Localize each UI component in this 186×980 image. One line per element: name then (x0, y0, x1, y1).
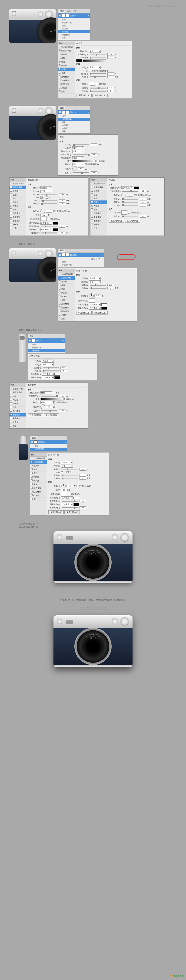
final-camera-2: FUJINON ASPHERICAL LENS (53, 615, 133, 667)
section-2: FUJINON A 图层 拨轮 08… fx 效果 斜面和浮雕 描边 内阴影 内… (9, 106, 177, 236)
final-camera-1: FUJINON ASPHERICAL LENS (53, 531, 133, 583)
final1-caption: 待么最终要结束了~回头看,感受挺好的。 (9, 522, 177, 529)
fx-inner-glow[interactable]: 内发光 (58, 30, 90, 33)
side-drop-shadow[interactable]: 投影 (58, 90, 75, 94)
technique-select[interactable]: 柔和 (89, 66, 101, 69)
section-4: 图层 侧扣柄…fx 效果 斜面和浮雕 渐变叠加 斜面和浮雕 样式(T):内斜面 … (9, 334, 177, 429)
layer-selected[interactable]: 拨轮 08… fx (58, 13, 90, 18)
fill-input[interactable]: 0% (96, 258, 103, 260)
fx-inner-shadow[interactable]: 内阴影 (58, 124, 90, 127)
fx-row[interactable]: 效果 (58, 115, 90, 118)
layer-style-dialog: 样式 混合选项:默认 斜面和浮雕 等高线 纹理 描边 内阴影 内发光 光泽 颜色… (58, 41, 132, 99)
fx-gradient[interactable]: 渐变叠加 (58, 33, 90, 36)
section-3: FUJINON A 图层 拨轮 08… fx 填充:0% 效果 斜面和浮雕 样式… (9, 248, 177, 321)
opacity-slider[interactable] (90, 54, 106, 55)
noise-input[interactable]: 0 (107, 56, 114, 59)
side-gradient-overlay[interactable]: 渐变叠加 (58, 79, 75, 83)
camera-preview-2: FUJINON A (9, 106, 56, 140)
fx-bevel[interactable]: 斜面和浮雕 (58, 118, 90, 121)
contour-picker[interactable] (89, 82, 95, 86)
stroke-dialog: 描边 结构 大小(S):1像素 位置(P):内部 混合模式(B):正常 不透明度… (58, 135, 118, 176)
antialias-check[interactable] (96, 83, 98, 85)
range-slider[interactable] (90, 88, 106, 89)
choke-slider[interactable] (90, 73, 106, 74)
bevel-dialog: 样式 混合选项:默认 斜面和浮雕 等高线 纹理 描边 内阴影 内发光 光泽 颜色… (9, 177, 88, 236)
side-color-overlay[interactable]: 颜色叠加 (58, 75, 75, 79)
fx-badge[interactable]: fx (88, 14, 89, 17)
side-blend[interactable]: 混合选项:默认 (58, 45, 75, 49)
section-5: 图层 侧扣柄…fx 效果 斜面和浮雕 样式 混合选项:默认 斜面和浮雕 等高线 … (9, 436, 177, 515)
side-contour[interactable]: 等高线 (58, 53, 75, 56)
jitter-slider[interactable] (90, 91, 106, 92)
side-satin[interactable]: 光泽 (58, 71, 75, 75)
fx-effects[interactable]: 效果 (58, 18, 90, 21)
size-input[interactable]: 35 (107, 75, 114, 78)
tab-layers[interactable]: 图层 (59, 107, 65, 110)
camera-preview-3: FUJINON A (9, 248, 56, 282)
side-bevel[interactable]: 斜面和浮雕 (58, 49, 75, 53)
glow-color[interactable] (76, 59, 82, 62)
highlight-circle (117, 255, 136, 260)
fx-drop-shadow[interactable]: 投影 (58, 130, 90, 133)
congrats-text: 恭喜恭喜,同喜同喜! (9, 606, 177, 611)
side-stroke[interactable]: 描边 (58, 60, 75, 64)
layer-name: 拨轮 08… (70, 14, 78, 17)
reset-default-btn[interactable]: 复位为默认值 (92, 94, 107, 97)
strap-preview-2 (19, 436, 28, 463)
angle-dial[interactable] (72, 166, 77, 171)
source-edge-radio[interactable] (99, 70, 101, 72)
watermark-text: 思缘设计论坛 www.missyuan.com (9, 5, 177, 7)
choke-input[interactable]: 0 (107, 72, 114, 75)
stroke-gradient[interactable] (72, 160, 96, 162)
step3-caption: 最后上一层高光 (9, 243, 177, 246)
final2-caption: 最最后,加上缺少的阴影与一些自己观察得来的调整…我们完成了 (9, 598, 177, 602)
fx-drop-shadow[interactable]: 投影 (58, 36, 90, 39)
side-outer-glow[interactable]: 外发光 (58, 86, 75, 90)
section-1: FUJINON A 图层 通道 路径 拨轮 08… fx 效果 斜面和浮雕 描边… (9, 9, 177, 99)
side-inner-glow[interactable]: 内发光 (58, 68, 75, 71)
make-default-btn[interactable]: 设置为默认值 (76, 94, 91, 97)
blend-mode-select[interactable]: 柔光 (89, 50, 101, 53)
side-texture[interactable]: 纹理 (58, 56, 75, 60)
strap-preview-1 (19, 334, 26, 362)
jitter-input[interactable]: 0 (107, 90, 114, 92)
layers-panel-2: 图层 拨轮 08… fx 效果 斜面和浮雕 描边 内阴影 内发光 投影 (58, 106, 90, 134)
range-input[interactable]: 50 (107, 87, 114, 89)
side-pattern-overlay[interactable]: 图案叠加 (58, 83, 75, 86)
step4-caption: 最后…两耳朵给它上了。 (9, 328, 177, 332)
visibility-icon[interactable] (59, 111, 61, 113)
style-sidebar: 样式 混合选项:默认 斜面和浮雕 等高线 纹理 描边 内阴影 内发光 光泽 颜色… (58, 41, 75, 99)
fx-stroke[interactable]: 描边 (58, 121, 90, 124)
fx-inner-shadow[interactable]: 内阴影 (58, 27, 90, 30)
tab-layers[interactable]: 图层 (59, 10, 65, 13)
tab-paths[interactable]: 路径 (73, 10, 79, 13)
camera-preview-1: FUJINON A (9, 9, 56, 43)
visibility-icon[interactable] (59, 14, 61, 17)
inner-shadow-dialog: 样式 混合选项:默认 斜面和浮雕 等高线 纹理 描边 内阴影 内发光 光泽 颜色… (90, 177, 165, 236)
gradient-overlay-dialog: 样式 混合选项:默认 斜面和浮雕 描边 内阴影 内发光 光泽 颜色叠加 渐变叠加… (9, 383, 88, 429)
noise-slider[interactable] (90, 57, 106, 58)
mask-thumb (66, 14, 69, 17)
size-slider[interactable] (90, 76, 106, 77)
tab-channels[interactable]: 通道 (66, 10, 72, 13)
layers-panel: 图层 通道 路径 拨轮 08… fx 效果 斜面和浮雕 描边 内阴影 内发光 渐… (58, 9, 90, 40)
glow-gradient[interactable] (83, 59, 106, 62)
fx-stroke[interactable]: 描边 (58, 24, 90, 27)
layer-selected[interactable]: 拨轮 08… fx (58, 110, 90, 114)
source-center-radio[interactable] (89, 70, 91, 72)
opacity-input[interactable]: 35 (107, 53, 114, 56)
inner-glow-settings: 内发光 结构 混合模式:柔光 不透明度(O):35% 杂色(N):0% 图素 方… (75, 41, 132, 99)
side-inner-shadow[interactable]: 内阴影 (58, 64, 75, 68)
fx-bevel[interactable]: 斜面和浮雕 (58, 21, 90, 24)
layer-thumb (62, 14, 65, 17)
fx-inner-glow[interactable]: 内发光 (58, 127, 90, 130)
